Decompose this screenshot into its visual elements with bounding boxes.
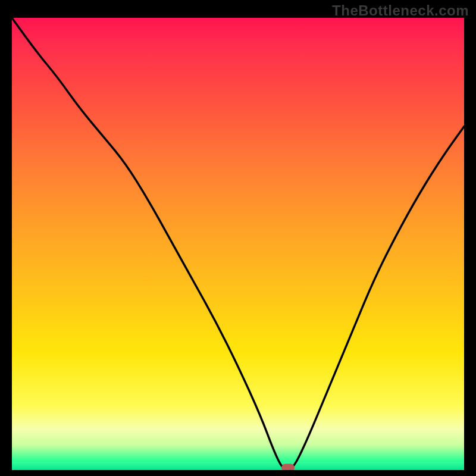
optimal-marker (281, 464, 295, 470)
bottleneck-curve (12, 18, 464, 470)
chart-frame: TheBottleneck.com (0, 0, 476, 476)
watermark-text: TheBottleneck.com (332, 2, 469, 19)
plot-area (12, 18, 464, 470)
curve-path (12, 18, 464, 470)
